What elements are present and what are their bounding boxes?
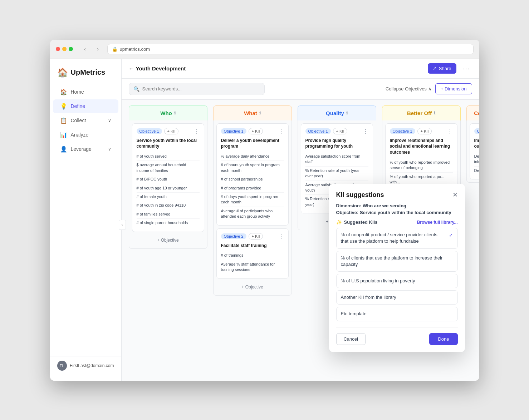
- add-kii-button[interactable]: + KII: [249, 128, 263, 134]
- sidebar-item-home[interactable]: 🏠 Home: [53, 85, 118, 99]
- avatar: FL: [57, 361, 67, 371]
- objective-value: Service youth within the local community: [360, 210, 451, 215]
- suggestion-item-2[interactable]: % of clients that use the platform to in…: [336, 251, 458, 272]
- modal-title: KII suggestions: [336, 191, 384, 199]
- kii-item: # of youth in zip code 94110: [137, 201, 200, 210]
- share-button[interactable]: ↗ Share: [428, 63, 456, 74]
- card-menu-icon[interactable]: ⋮: [447, 128, 453, 135]
- add-kii-button[interactable]: + KII: [333, 128, 348, 134]
- card-title: Provide high quality programming for you…: [305, 138, 368, 150]
- kii-item: # of days youth spent in program each mo…: [221, 193, 284, 207]
- user-area: FL FirstLast@domain.com: [50, 356, 121, 375]
- user-email: FirstLast@domain.com: [70, 363, 114, 368]
- card-header: Objective 1 + KII ⋮: [474, 128, 479, 135]
- chevron-down-icon-leverage: ∨: [108, 147, 111, 152]
- objective-card-what-1: Objective 1 + KII ⋮ Deliver a youth deve…: [216, 123, 289, 226]
- suggestion-item-4[interactable]: Another KII from the library: [336, 290, 458, 305]
- column-body-community: Objective 1 + KII ⋮ Improve educational …: [466, 120, 479, 183]
- sidebar-item-label: Leverage: [71, 146, 92, 152]
- modal-header: KII suggestions ✕: [336, 191, 458, 199]
- modal-close-button[interactable]: ✕: [452, 191, 458, 199]
- kii-item: # of families served: [137, 210, 200, 219]
- toolbar: 🔍 Collapse Objectives ∧ + Dimension: [122, 79, 479, 100]
- lock-icon: 🔒: [112, 46, 118, 52]
- card-menu-icon[interactable]: ⋮: [278, 128, 284, 135]
- add-objective-button-who[interactable]: + Objective: [132, 235, 204, 246]
- traffic-lights: [56, 47, 73, 51]
- add-kii-button[interactable]: + KII: [164, 128, 179, 134]
- kii-suggestions-modal: KII suggestions ✕ Dimension: Who are we …: [329, 184, 465, 352]
- sidebar-item-analyze[interactable]: 📊 Analyze: [53, 128, 118, 142]
- objective-card-who-1: Objective 1 + KII ⋮ Service youth within…: [132, 123, 204, 232]
- close-button[interactable]: [56, 47, 60, 51]
- dimension-value: Who are we serving: [363, 203, 406, 208]
- browser-nav: ‹ ›: [80, 44, 103, 54]
- card-header: Objective 1 + KII ⋮: [305, 128, 368, 135]
- column-header-community: Community Contribut... ℹ: [466, 105, 479, 120]
- more-options-button[interactable]: ⋯: [460, 63, 472, 74]
- minimize-button[interactable]: [62, 47, 67, 51]
- suggestion-text: Etc template: [341, 311, 367, 317]
- sidebar-toggle[interactable]: ‹: [119, 220, 126, 230]
- column-community: Community Contribut... ℹ Objective 1 + K…: [466, 105, 479, 183]
- browse-library-link[interactable]: Browse full library...: [417, 220, 458, 225]
- back-arrow-icon[interactable]: ←: [129, 66, 134, 71]
- address-bar[interactable]: 🔒 upmetrics.com: [107, 44, 474, 54]
- collapse-label: Collapse Objectives: [386, 86, 427, 92]
- kii-item: # of trainings: [221, 251, 284, 260]
- toolbar-right: Collapse Objectives ∧ + Dimension: [386, 83, 472, 94]
- define-icon: 💡: [60, 103, 67, 110]
- search-input[interactable]: [142, 86, 260, 92]
- kii-item: # of youth served: [137, 152, 200, 161]
- objective-badge: Objective 1: [305, 128, 331, 134]
- top-bar: ← Youth Development ↗ Share ⋯: [122, 59, 479, 79]
- objective-card-what-2: Objective 2 + KII ⋮ Facilitate staff tra…: [216, 228, 289, 279]
- card-header: Objective 1 + KII ⋮: [390, 128, 453, 135]
- top-actions: ↗ Share ⋯: [428, 63, 472, 74]
- sidebar-item-define[interactable]: 💡 Define: [53, 99, 118, 113]
- done-button[interactable]: Done: [429, 333, 457, 345]
- objective-label: Objective:: [336, 210, 359, 215]
- collect-icon: 📋: [60, 117, 67, 124]
- kii-item: # of female youth: [137, 193, 200, 201]
- suggestion-item-1[interactable]: % of nonprofit product / service provide…: [336, 228, 458, 248]
- collapse-objectives-button[interactable]: Collapse Objectives ∧: [386, 86, 432, 92]
- kii-list: % average daily attendance # of hours yo…: [221, 152, 284, 221]
- modal-dimension: Dimension: Who are we serving: [336, 203, 458, 208]
- suggestion-text: % of clients that use the platform to in…: [341, 255, 453, 268]
- kii-item: Average satisfaction score from staff: [305, 152, 368, 167]
- cancel-button[interactable]: Cancel: [336, 333, 366, 345]
- fullscreen-button[interactable]: [69, 47, 73, 51]
- add-kii-button[interactable]: + KII: [249, 233, 263, 239]
- add-objective-button-what[interactable]: + Objective: [216, 282, 289, 292]
- card-menu-icon[interactable]: ⋮: [278, 233, 284, 240]
- kii-item: $ average annual household income of fam…: [137, 161, 200, 175]
- card-title: Service youth within the local community: [137, 138, 200, 150]
- kii-item: Average % staff attendance for training …: [221, 260, 284, 274]
- logo-area: 🏠 UpMetrics: [50, 65, 121, 85]
- forward-button[interactable]: ›: [93, 44, 103, 54]
- card-menu-icon[interactable]: ⋮: [194, 128, 200, 135]
- search-bar[interactable]: 🔍: [129, 83, 265, 95]
- browser-chrome: ‹ › 🔒 upmetrics.com: [50, 40, 479, 59]
- objective-badge: Objective 1: [221, 128, 246, 134]
- dimension-label: Dimension:: [336, 203, 362, 208]
- info-icon-betteroff: ℹ: [434, 111, 435, 115]
- suggestion-item-5[interactable]: Etc template: [336, 307, 458, 321]
- breadcrumb: ← Youth Development: [129, 65, 186, 71]
- analyze-icon: 📊: [60, 132, 67, 138]
- add-kii-button[interactable]: + KII: [417, 128, 432, 134]
- suggested-text: Suggested KIIs: [344, 219, 378, 225]
- suggestion-item-3[interactable]: % of U.S population living in poverty: [336, 274, 458, 288]
- sparkle-icon: ✨: [336, 219, 342, 225]
- column-header-betteroff: Better Off ℹ: [382, 105, 461, 120]
- kii-item: # of single parent households: [137, 219, 200, 227]
- sidebar-item-collect[interactable]: 📋 Collect ∨: [53, 114, 118, 128]
- back-button[interactable]: ‹: [80, 44, 90, 54]
- card-menu-icon[interactable]: ⋮: [363, 128, 368, 135]
- sidebar-item-leverage[interactable]: 👤 Leverage ∨: [53, 142, 118, 156]
- sidebar-item-label: Analyze: [71, 132, 89, 138]
- column-header-quality: Quality ℹ: [298, 105, 376, 120]
- add-dimension-button[interactable]: + Dimension: [435, 83, 472, 94]
- logo-icon: 🏠: [57, 68, 68, 78]
